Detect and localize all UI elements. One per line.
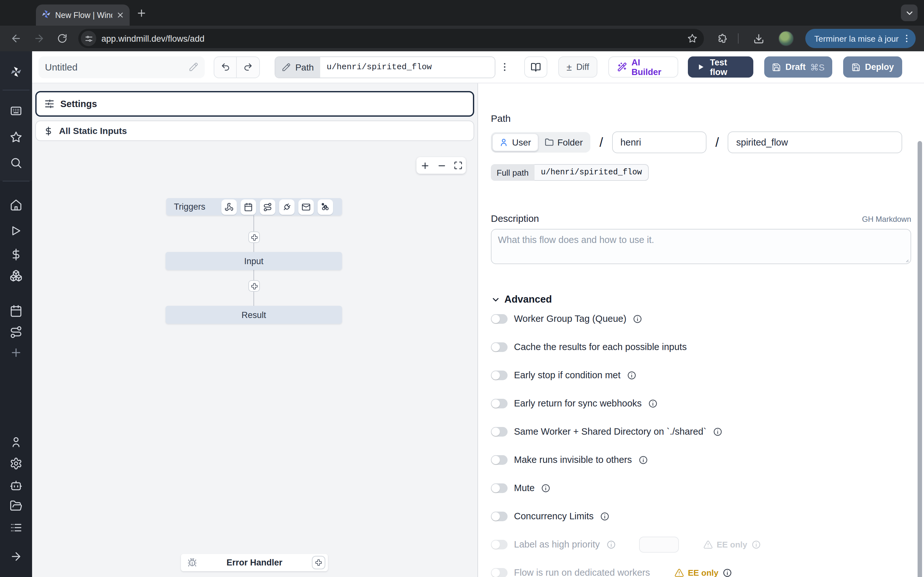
toggle-off[interactable] bbox=[491, 314, 507, 324]
account-user-icon bbox=[10, 436, 23, 449]
new-tab-button[interactable] bbox=[136, 8, 147, 19]
sidebar-item-resources-boxes[interactable] bbox=[0, 269, 32, 282]
toggle-off[interactable] bbox=[491, 568, 507, 577]
toggle-off[interactable] bbox=[491, 455, 507, 464]
info-icon[interactable] bbox=[633, 314, 642, 324]
trigger-route-button[interactable] bbox=[260, 199, 275, 214]
forward-button[interactable] bbox=[29, 29, 49, 48]
deploy-button[interactable]: Deploy bbox=[843, 56, 902, 77]
info-icon[interactable] bbox=[600, 511, 610, 521]
ai-builder-button[interactable]: AI Builder bbox=[608, 56, 678, 77]
canvas-zoom-controls bbox=[417, 157, 466, 174]
add-error-handler-button[interactable] bbox=[312, 556, 325, 569]
ai-wand-icon bbox=[617, 62, 627, 72]
result-node[interactable]: Result bbox=[166, 306, 342, 324]
toggle-off[interactable] bbox=[491, 511, 507, 521]
sidebar-item-home[interactable] bbox=[0, 199, 32, 211]
zoom-in-icon[interactable] bbox=[420, 161, 430, 170]
reload-button[interactable] bbox=[53, 29, 72, 48]
info-icon[interactable] bbox=[627, 370, 636, 380]
settings-card[interactable]: Settings bbox=[35, 91, 474, 117]
info-icon[interactable] bbox=[648, 398, 658, 408]
path-input[interactable] bbox=[320, 57, 494, 77]
sidebar-item-schedules-calendar[interactable] bbox=[0, 305, 32, 318]
sidebar-item-account-user[interactable] bbox=[0, 436, 32, 449]
sidebar-item-search[interactable] bbox=[0, 156, 32, 169]
trigger-email-button[interactable] bbox=[298, 199, 314, 214]
add-step-button[interactable] bbox=[248, 280, 260, 292]
trigger-schedule-calendar-button[interactable] bbox=[241, 199, 256, 214]
test-flow-button[interactable]: Test flow bbox=[688, 56, 753, 77]
browser-update-button[interactable]: Terminer la mise à jour bbox=[805, 29, 915, 48]
back-button[interactable] bbox=[6, 29, 26, 48]
tab-close-icon[interactable] bbox=[116, 11, 124, 19]
undo-button[interactable] bbox=[214, 57, 237, 77]
advanced-section-header[interactable]: Advanced bbox=[491, 293, 911, 305]
downloads-icon[interactable] bbox=[749, 29, 768, 48]
folder-tab[interactable]: Folder bbox=[538, 133, 589, 151]
input-node[interactable]: Input bbox=[166, 252, 342, 270]
flow-canvas: Settings All Static Inputs bbox=[32, 83, 477, 577]
toggle-off[interactable] bbox=[491, 540, 507, 549]
info-icon[interactable] bbox=[541, 483, 551, 493]
extensions-puzzle-icon[interactable] bbox=[717, 33, 728, 44]
sidebar-item-settings-gear[interactable] bbox=[0, 457, 32, 470]
description-textarea[interactable] bbox=[491, 229, 911, 264]
sidebar-item-variables-dollar[interactable] bbox=[0, 248, 32, 261]
trigger-webhook-button[interactable] bbox=[221, 199, 237, 214]
editor-content: Settings All Static Inputs bbox=[32, 83, 924, 577]
browser-tab[interactable]: New Flow | Windmill bbox=[36, 5, 129, 26]
undo-redo-group bbox=[214, 56, 260, 78]
toggle-off[interactable] bbox=[491, 370, 507, 380]
resize-grip-icon[interactable] bbox=[901, 255, 909, 263]
all-static-inputs-card[interactable]: All Static Inputs bbox=[35, 121, 474, 141]
redo-button[interactable] bbox=[237, 57, 259, 77]
sidebar-item-folders[interactable] bbox=[0, 500, 32, 512]
more-options-kebab-icon[interactable] bbox=[495, 61, 514, 73]
priority-input[interactable] bbox=[639, 536, 679, 552]
windmill-logo-icon[interactable] bbox=[10, 65, 23, 81]
sidebar-item-audit-logs[interactable] bbox=[0, 521, 32, 534]
tab-search-chevron-icon[interactable] bbox=[901, 5, 918, 21]
toggle-off[interactable] bbox=[491, 483, 507, 493]
info-icon[interactable] bbox=[713, 427, 722, 436]
error-handler-node[interactable]: Error Handler bbox=[181, 554, 328, 571]
toggle-off[interactable] bbox=[491, 427, 507, 436]
windmill-logo-icon bbox=[10, 65, 23, 78]
sidebar-item-favorites-star[interactable] bbox=[0, 131, 32, 143]
sidebar-item-runs-play[interactable] bbox=[0, 224, 32, 237]
ee-only-label: EE only bbox=[688, 568, 718, 577]
browser-menu-kebab-icon[interactable] bbox=[901, 33, 911, 44]
sidebar-item-routes[interactable] bbox=[0, 326, 32, 338]
trigger-watch-poll-button[interactable] bbox=[318, 199, 333, 214]
draft-button[interactable]: Draft ⌘S bbox=[764, 56, 832, 77]
triggers-node[interactable]: Triggers bbox=[166, 198, 342, 215]
profile-avatar[interactable] bbox=[779, 31, 794, 46]
info-icon[interactable] bbox=[606, 540, 616, 549]
info-icon[interactable] bbox=[722, 568, 732, 577]
site-info-icon[interactable] bbox=[81, 31, 96, 46]
sidebar-item-expand-arrow[interactable] bbox=[0, 550, 32, 563]
resize-grip-icon bbox=[901, 255, 909, 263]
add-step-button[interactable] bbox=[248, 231, 260, 243]
info-icon[interactable] bbox=[751, 540, 761, 549]
scrollbar-thumb[interactable] bbox=[918, 141, 922, 577]
fit-view-icon[interactable] bbox=[453, 161, 462, 170]
trigger-plug-button[interactable] bbox=[279, 199, 294, 214]
ee-only-badge: EE only bbox=[703, 540, 761, 549]
sidebar-item-keyboard-shortcuts[interactable] bbox=[0, 105, 32, 117]
info-icon[interactable] bbox=[638, 455, 648, 464]
docs-book-button[interactable] bbox=[524, 56, 547, 77]
user-tab[interactable]: User bbox=[492, 133, 538, 151]
bookmark-star-icon[interactable] bbox=[687, 33, 698, 44]
diff-button[interactable]: ± Diff bbox=[558, 56, 598, 77]
path-owner-input[interactable] bbox=[612, 131, 706, 153]
toggle-off[interactable] bbox=[491, 342, 507, 351]
path-name-input[interactable] bbox=[728, 131, 903, 153]
toggle-off[interactable] bbox=[491, 398, 507, 408]
url-bar[interactable]: app.windmill.dev/flows/add bbox=[78, 29, 704, 48]
zoom-out-icon[interactable] bbox=[437, 161, 446, 170]
flow-name-field[interactable]: Untitled bbox=[39, 56, 205, 78]
sidebar-item-add-plus[interactable] bbox=[0, 346, 32, 359]
sidebar-item-workers-bot[interactable] bbox=[0, 480, 32, 492]
